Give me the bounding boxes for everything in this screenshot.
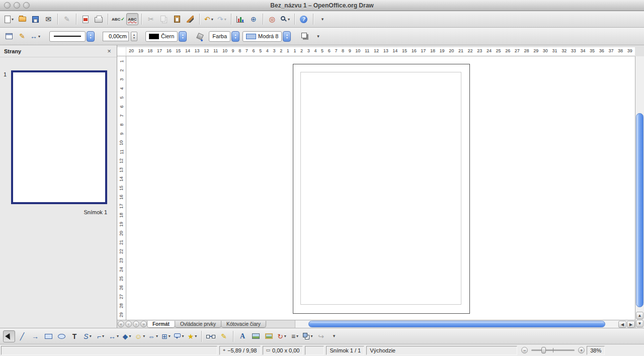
edit-file-button[interactable]: ✎	[61, 13, 73, 25]
text-tool-button[interactable]: T	[68, 330, 80, 342]
block-arrows-button[interactable]: ⇔	[147, 330, 159, 342]
ruler-number: 24	[119, 267, 124, 272]
next-layer-button[interactable]: ›	[133, 321, 139, 327]
export-pdf-button[interactable]	[79, 13, 92, 25]
slide-thumbnail[interactable]	[11, 70, 107, 204]
insert-image-button[interactable]	[250, 330, 262, 342]
toolbar-options-button[interactable]: ▾	[328, 330, 340, 342]
ruler-number: 28	[524, 48, 529, 53]
select-tool-button[interactable]	[3, 330, 15, 342]
autospellcheck-button[interactable]: ABC	[126, 13, 138, 25]
page[interactable]	[293, 64, 470, 314]
line-style-select[interactable]	[49, 31, 95, 42]
gallery-button[interactable]	[263, 330, 275, 342]
zoom-out-button[interactable]: −	[521, 347, 528, 353]
zoom-slider-thumb[interactable]	[541, 347, 546, 353]
paintbrush-button[interactable]	[184, 13, 196, 25]
insert-chart-button[interactable]	[234, 13, 247, 25]
scroll-right-button[interactable]	[627, 321, 635, 328]
zoom-slider[interactable]	[531, 349, 575, 351]
new-document-button[interactable]	[3, 13, 15, 25]
text-icon: T	[72, 333, 77, 340]
cut-button[interactable]: ✂	[145, 13, 157, 25]
fill-color-stepper[interactable]	[283, 31, 291, 42]
redo-button[interactable]: ↷	[216, 13, 228, 25]
basic-shapes-button[interactable]: ◆	[121, 330, 133, 342]
horizontal-ruler[interactable]: 2019181716151413121110987654321123456789…	[126, 47, 635, 56]
vertical-scrollbar-thumb[interactable]	[636, 113, 643, 307]
save-button[interactable]	[29, 13, 41, 25]
arrange-button[interactable]	[302, 330, 314, 342]
smiley-icon: ☺	[135, 333, 142, 340]
flowchart-icon: ⊞	[162, 333, 168, 340]
ruler-corner	[117, 47, 126, 56]
horizontal-scrollbar-thumb[interactable]	[308, 321, 605, 327]
fill-color-select[interactable]: Modrá 8	[243, 31, 291, 42]
line-width-input[interactable]	[103, 32, 129, 41]
undo-button[interactable]: ↶	[203, 13, 215, 25]
vertical-ruler[interactable]: 1234567891011121314151617181920212223242…	[117, 56, 126, 320]
symbol-shapes-button[interactable]: ☺	[134, 330, 146, 342]
spellcheck-button[interactable]: ABC	[111, 13, 125, 25]
interaction-button[interactable]: ↪	[315, 330, 327, 342]
copy-button[interactable]	[158, 13, 170, 25]
previous-layer-button[interactable]: ‹	[125, 321, 132, 327]
fill-style-select[interactable]: Farba	[209, 31, 239, 42]
drawing-canvas[interactable]	[126, 56, 635, 320]
tab-controls[interactable]: Ovládacie prvky	[175, 321, 221, 328]
paste-button[interactable]	[171, 13, 183, 25]
ellipse-tool-button[interactable]	[55, 330, 67, 342]
fill-style-stepper[interactable]	[231, 31, 239, 42]
glue-points-button[interactable]: ✎	[218, 330, 230, 342]
print-button[interactable]	[93, 13, 105, 25]
paint-can-button[interactable]	[195, 30, 207, 42]
shadow-button[interactable]	[299, 30, 311, 42]
callouts-button[interactable]	[173, 330, 185, 342]
close-panel-button[interactable]: ×	[106, 47, 113, 55]
line-dialog-button[interactable]: ✎	[16, 30, 28, 42]
rotate-button[interactable]: ↻	[276, 330, 288, 342]
zoom-tool-button[interactable]	[279, 13, 291, 25]
alignment-button[interactable]: ≡	[289, 330, 301, 342]
line-color-select[interactable]: Čiern	[145, 31, 187, 42]
toolbar-options-button[interactable]: ▾	[312, 30, 324, 42]
stars-button[interactable]: ★	[186, 330, 198, 342]
edit-points-button[interactable]	[205, 330, 217, 342]
line-width-stepper[interactable]	[131, 32, 137, 41]
line-color-stepper[interactable]	[179, 31, 187, 42]
email-button[interactable]: ✉	[42, 13, 54, 25]
horizontal-scrollbar[interactable]	[295, 320, 635, 328]
line-tool-button[interactable]: ╱	[16, 330, 28, 342]
arrow-tool-button[interactable]: →	[29, 330, 41, 342]
fontwork-button[interactable]: A	[236, 330, 249, 342]
rectangle-tool-button[interactable]	[42, 330, 54, 342]
curve-tool-button[interactable]: S	[82, 330, 94, 342]
arrow-style-button[interactable]: ↔	[29, 30, 41, 42]
titlebar[interactable]: Bez_názvu 1 – OpenOffice.org Draw	[0, 0, 644, 11]
scroll-down-button[interactable]	[636, 320, 643, 327]
styles-button[interactable]	[3, 30, 15, 42]
layout-name-field[interactable]: Východzie	[366, 346, 517, 355]
tab-dimension-lines[interactable]: Kótovacie čiary	[221, 321, 266, 328]
ruler-number: 20	[449, 48, 454, 53]
tab-format[interactable]: Formát	[147, 321, 175, 328]
standard-toolbar: ✉ ✎ ABC ABC ✂ ↶ ↷ ⊕ ◎ ? ▾	[0, 11, 644, 28]
zoom-in-button[interactable]: +	[578, 347, 585, 353]
ruler-number: 19	[138, 48, 143, 53]
last-layer-button[interactable]: »	[140, 321, 147, 327]
flowchart-button[interactable]: ⊞	[160, 330, 172, 342]
first-layer-button[interactable]: «	[118, 321, 124, 327]
scroll-left-button[interactable]	[618, 321, 626, 328]
slide-indicator-field[interactable]: Snímok 1 / 1	[326, 346, 364, 355]
zoom-percent-field[interactable]: 38%	[587, 346, 605, 355]
scroll-up-button[interactable]	[636, 312, 643, 319]
open-template-button[interactable]	[16, 13, 28, 25]
connector-tool-button[interactable]: ⌐	[95, 330, 107, 342]
hyperlink-button[interactable]: ⊕	[248, 13, 260, 25]
vertical-scrollbar[interactable]	[635, 56, 644, 328]
lines-arrows-button[interactable]: ↔	[108, 330, 120, 342]
navigator-button[interactable]: ◎	[266, 13, 278, 25]
line-style-stepper[interactable]	[87, 31, 95, 42]
toolbar-options-button[interactable]: ▾	[316, 13, 329, 25]
help-button[interactable]: ?	[298, 13, 310, 25]
